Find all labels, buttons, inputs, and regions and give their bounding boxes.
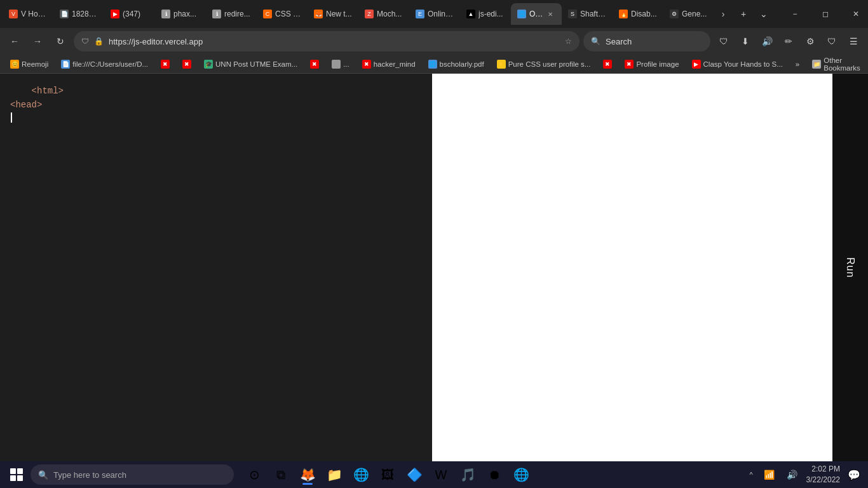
tab-t12[interactable]: S ShaftSpac... — [562, 3, 613, 25]
media-icon[interactable]: 🔊 — [757, 32, 776, 51]
new-tab-button[interactable]: + — [735, 5, 752, 23]
bookmark-label: UNN Post UTME Exam... — [215, 60, 297, 68]
taskbar-search-icon: 🔍 — [38, 470, 48, 480]
notification-center-icon[interactable]: 💬 — [845, 466, 863, 484]
tab-t1[interactable]: V V How t... — [3, 3, 53, 25]
url-bar[interactable]: 🛡 🔒 https://js-editor.vercel.app ☆ — [74, 31, 580, 51]
tab-t4[interactable]: ℹ phax... — [155, 3, 206, 25]
taskbar-app-photos[interactable]: 🖼 — [375, 463, 400, 486]
taskbar-right: ^ 📶 🔊 2:02 PM 3/22/2022 💬 — [747, 464, 863, 485]
taskbar-app-file-explorer[interactable]: 📁 — [322, 463, 347, 486]
start-button[interactable] — [5, 463, 28, 486]
bookmark-3[interactable]: ✖ — [177, 57, 196, 72]
chrome-taskbar-icon: 🌐 — [353, 467, 369, 482]
bookmark-0[interactable]: 😊Reemoji — [5, 57, 53, 72]
tab-label: 1828884.p... — [72, 10, 98, 18]
taskbar-search[interactable]: 🔍 Type here to search — [31, 464, 234, 485]
tab-label: redire... — [224, 10, 250, 18]
tab-close[interactable]: ✕ — [545, 9, 555, 19]
tab-list-button[interactable]: ⌄ — [755, 5, 773, 23]
bookmark-label: Clasp Your Hands to S... — [703, 60, 783, 68]
taskbar-app-spotify[interactable]: 🎵 — [455, 463, 480, 486]
bookmark-label: Pure CSS user profile s... — [508, 60, 591, 68]
shield-toolbar-icon[interactable]: 🛡 — [714, 32, 733, 51]
bookmark-2[interactable]: ✖ — [156, 57, 175, 72]
other-bookmarks[interactable]: 📁Other Bookmarks — [807, 57, 865, 72]
taskbar-app-sublime[interactable]: 🔷 — [402, 463, 427, 486]
taskbar-date: 3/22/2022 — [806, 475, 840, 485]
taskbar-app-obs[interactable]: ⏺ — [482, 463, 507, 486]
download-icon[interactable]: ⬇ — [736, 32, 755, 51]
menu-icon[interactable]: ☰ — [844, 32, 863, 51]
windows-logo-icon — [10, 468, 23, 481]
tab-label: CSS Gradi... — [275, 10, 301, 18]
tray-volume-icon[interactable]: 🔊 — [783, 466, 801, 484]
tray-network-icon[interactable]: 📶 — [761, 466, 778, 484]
tab-label: New t... — [326, 10, 352, 18]
tab-t3[interactable]: ▶ (347) — [104, 3, 155, 25]
bookmarks-more-button[interactable]: » — [790, 57, 804, 72]
tab-favicon: ℹ — [212, 10, 221, 18]
content-area: <html> <head> Run — [0, 74, 868, 461]
browser-window: V V How t... 📄 1828884.p... ▶ (347) ℹ ph… — [0, 0, 868, 461]
tab-t7[interactable]: 🦊 New t... — [308, 3, 358, 25]
tab-label: (347) — [123, 10, 140, 18]
tab-label: js-edi... — [478, 10, 503, 18]
taskbar-clock[interactable]: 2:02 PM 3/22/2022 — [806, 464, 840, 485]
taskbar-app-word[interactable]: W — [428, 463, 454, 486]
pen-icon[interactable]: ✏ — [779, 32, 798, 51]
bookmark-9[interactable]: ⚡Pure CSS user profile s... — [492, 57, 596, 72]
tab-t10[interactable]: ▲ js-edi... — [460, 3, 511, 25]
settings-icon[interactable]: ⚙ — [801, 32, 820, 51]
bookmark-star-icon[interactable]: ☆ — [565, 37, 572, 46]
taskbar-app-firefox[interactable]: 🦊 — [295, 463, 320, 486]
bookmark-6[interactable]: ... — [327, 57, 355, 72]
tab-t9[interactable]: E Online Ed... — [409, 3, 460, 25]
other-bookmarks-label: Other Bookmarks — [824, 57, 860, 72]
tab-favicon: V — [9, 10, 18, 18]
refresh-button[interactable]: ↻ — [51, 32, 70, 51]
code-line-html: <html> — [10, 84, 422, 98]
cortana-icon: ⊙ — [249, 467, 260, 482]
bookmark-12[interactable]: ▶Clasp Your Hands to S... — [687, 57, 788, 72]
run-button[interactable]: Run — [832, 74, 868, 461]
bookmark-11[interactable]: ✖Profile image — [620, 57, 684, 72]
tab-t2[interactable]: 📄 1828884.p... — [53, 3, 104, 25]
tab-t6[interactable]: C CSS Gradi... — [257, 3, 308, 25]
taskbar-app-task-view[interactable]: ⧉ — [268, 463, 294, 486]
sublime-icon: 🔷 — [407, 467, 423, 482]
forward-button[interactable]: → — [28, 32, 47, 51]
tab-t14[interactable]: ⚙ Gene... — [663, 3, 714, 25]
tab-label: phax... — [173, 10, 196, 18]
back-button[interactable]: ← — [5, 32, 24, 51]
bookmark-10[interactable]: ✖ — [598, 57, 617, 72]
tab-label: Online Ed... — [428, 10, 454, 18]
bookmark-5[interactable]: ✖ — [305, 57, 324, 72]
tray-expand[interactable]: ^ — [747, 470, 755, 480]
minimize-button[interactable]: − — [780, 4, 810, 24]
search-bar[interactable]: 🔍 Search — [583, 31, 710, 51]
taskbar-app-chrome2[interactable]: 🌐 — [508, 463, 534, 486]
bookmark-4[interactable]: 🎓UNN Post UTME Exam... — [199, 57, 302, 72]
bookmarks-bar: 😊Reemoji📄file:///C:/Users/user/D...✖✖🎓UN… — [0, 55, 868, 74]
bookmark-1[interactable]: 📄file:///C:/Users/user/D... — [56, 57, 153, 72]
tab-label: Moch... — [377, 10, 402, 18]
code-editor[interactable]: <html> <head> — [0, 74, 432, 461]
task-view-icon: ⧉ — [276, 468, 285, 482]
bookmark-7[interactable]: ✖hacker_mind — [357, 57, 421, 72]
restore-button[interactable]: ◻ — [811, 4, 840, 24]
tab-t13[interactable]: 🔥 Disab... — [613, 3, 663, 25]
more-tabs-button[interactable]: › — [714, 5, 732, 23]
bookmark-8[interactable]: 🌐bscholarly.pdf — [423, 57, 489, 72]
taskbar-app-cortana[interactable]: ⊙ — [241, 463, 267, 486]
spotify-icon: 🎵 — [460, 467, 476, 482]
tab-label: V How t... — [21, 10, 47, 18]
bookmark-label: ... — [343, 60, 349, 68]
tab-t11[interactable]: 🌐 Online E... ✕ — [511, 3, 562, 25]
tab-t8[interactable]: Z Moch... — [358, 3, 409, 25]
search-label: Search — [606, 37, 632, 46]
close-button[interactable]: ✕ — [841, 4, 868, 24]
tab-t5[interactable]: ℹ redire... — [206, 3, 257, 25]
taskbar-app-chrome-taskbar[interactable]: 🌐 — [348, 463, 374, 486]
vpn-icon[interactable]: 🛡 — [822, 32, 841, 51]
